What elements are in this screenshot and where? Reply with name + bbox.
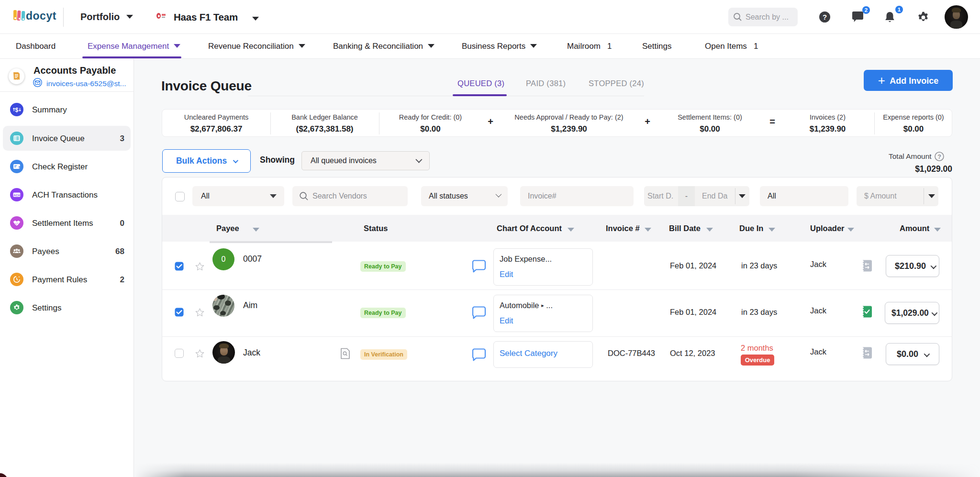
svg-text:$: $	[19, 166, 21, 169]
svg-text:$: $	[15, 107, 19, 113]
svg-text:?: ?	[937, 154, 941, 160]
svg-text:ACH: ACH	[13, 193, 20, 197]
svg-text:?: ?	[823, 13, 827, 21]
